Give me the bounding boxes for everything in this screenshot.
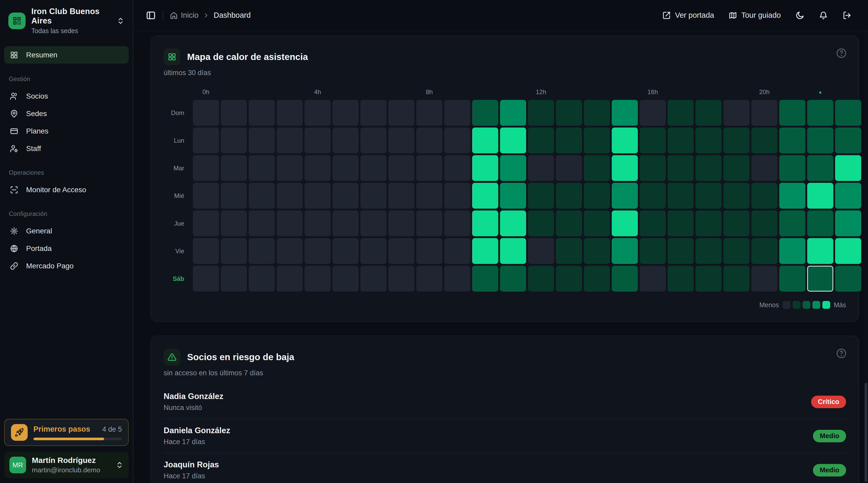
risk-member-row[interactable]: Joaquín Rojas Hace 17 días Medio <box>164 453 846 483</box>
logout-button[interactable] <box>842 11 851 20</box>
heatmap-cell <box>333 128 359 153</box>
heatmap-cell <box>416 266 442 292</box>
heatmap-cell <box>388 128 414 153</box>
notifications-button[interactable] <box>819 11 828 20</box>
hour-tick <box>723 88 749 96</box>
heatmap-cell <box>695 211 722 236</box>
heatmap-cell <box>668 100 694 126</box>
heatmap-cell <box>807 100 833 126</box>
heatmap-cell <box>835 238 861 264</box>
heatmap-cell <box>807 183 833 208</box>
org-switcher[interactable]: Iron Club Buenos Aires Todas las sedes <box>4 7 129 35</box>
theme-toggle-button[interactable] <box>796 11 804 20</box>
heatmap-cell <box>807 211 833 236</box>
nav-section-label: Operaciones <box>9 169 129 176</box>
heatmap-cell <box>444 100 470 126</box>
heatmap-hour-axis: 0h4h8h12h16h20h <box>193 88 846 96</box>
member-last-visit: Nunca visitó <box>164 404 223 412</box>
heatmap-cell <box>779 211 805 236</box>
onboarding-card[interactable]: Primeros pasos 4 de 5 <box>4 419 129 446</box>
heatmap-cell <box>528 155 554 181</box>
sidebar-item-resumen[interactable]: Resumen <box>4 46 129 64</box>
heatmap-cell <box>779 100 805 126</box>
view-cover-button[interactable]: Ver portada <box>662 11 714 20</box>
heatmap-cell <box>193 238 219 264</box>
day-label: Jue <box>164 220 191 227</box>
onboarding-progress <box>33 438 122 440</box>
sidebar-item-mercado-pago[interactable]: Mercado Pago <box>4 257 129 275</box>
heatmap-cell <box>612 100 638 126</box>
breadcrumb-current: Dashboard <box>214 11 251 20</box>
heatmap-cell <box>612 238 638 264</box>
heatmap-subtitle: últimos 30 días <box>164 69 846 77</box>
guided-tour-button[interactable]: Tour guiado <box>728 11 781 20</box>
heatmap-cell <box>640 128 666 153</box>
grid-icon <box>164 49 180 65</box>
hour-tick <box>277 88 303 96</box>
risk-member-row[interactable]: Nadia González Nunca visitó Crítico <box>164 385 846 419</box>
scrollbar[interactable] <box>864 31 868 483</box>
heatmap-cell <box>556 266 582 292</box>
heatmap-cell <box>333 155 359 181</box>
risk-member-row[interactable]: Daniela González Hace 17 días Medio <box>164 419 846 453</box>
hour-tick <box>612 88 638 96</box>
heatmap-cell <box>695 128 722 153</box>
heatmap-cell <box>193 211 219 236</box>
heatmap-cell <box>751 128 777 153</box>
sidebar-item-staff[interactable]: Staff <box>4 140 129 157</box>
hour-tick <box>695 88 722 96</box>
heatmap-cell <box>193 155 219 181</box>
heatmap-cell <box>500 266 526 292</box>
heatmap-cell <box>584 100 610 126</box>
heatmap-cell <box>779 155 805 181</box>
sidebar-item-sedes[interactable]: Sedes <box>4 105 129 122</box>
heatmap-cell <box>556 155 582 181</box>
risk-badge: Medio <box>813 430 846 442</box>
heatmap-cell <box>416 128 442 153</box>
heatmap-cell <box>333 100 359 126</box>
heatmap-cell <box>779 266 805 292</box>
heatmap-cell <box>779 128 805 153</box>
sidebar-item-socios[interactable]: Socios <box>4 87 129 105</box>
sidebar-toggle-button[interactable] <box>146 10 156 20</box>
sidebar-item-monitor-de-acceso[interactable]: Monitor de Acceso <box>4 181 129 198</box>
heatmap-cell <box>472 128 498 153</box>
member-last-visit: Hace 17 días <box>164 438 230 446</box>
help-icon[interactable] <box>836 47 847 59</box>
heatmap-cell <box>584 155 610 181</box>
heatmap-cell <box>640 238 666 264</box>
heatmap-cell <box>668 128 694 153</box>
breadcrumb-home[interactable]: Inicio <box>170 11 198 20</box>
hour-tick <box>500 88 526 96</box>
legend-more-label: Más <box>834 301 846 309</box>
map-pin-icon <box>10 109 19 118</box>
user-name: Martín Rodríguez <box>32 456 110 465</box>
sidebar-item-planes[interactable]: Planes <box>4 122 129 140</box>
heatmap-cell <box>249 238 275 264</box>
heatmap-cell <box>472 266 498 292</box>
heatmap-cell <box>388 211 414 236</box>
qr-code-icon <box>12 16 22 26</box>
heatmap-cell <box>668 266 694 292</box>
sidebar-item-general[interactable]: General <box>4 222 129 240</box>
sidebar-item-portada[interactable]: Portada <box>4 240 129 257</box>
heatmap-cell <box>388 238 414 264</box>
heatmap-cell <box>640 211 666 236</box>
day-label: Lun <box>164 137 191 144</box>
sidebar-item-label: Resumen <box>26 51 57 59</box>
scrollbar-thumb[interactable] <box>865 383 867 482</box>
day-label: Mié <box>164 192 191 199</box>
heatmap-cell <box>500 211 526 236</box>
user-menu[interactable]: MR Martín Rodríguez martin@ironclub.demo <box>4 452 129 478</box>
help-icon[interactable] <box>836 348 847 359</box>
heatmap-cell <box>444 238 470 264</box>
heatmap-cell <box>416 100 442 126</box>
heatmap-cell <box>416 155 442 181</box>
divider <box>163 10 163 21</box>
heatmap-cell <box>388 100 414 126</box>
heatmap-cell <box>835 155 861 181</box>
heatmap-cell <box>807 266 833 292</box>
heatmap-cell <box>528 128 554 153</box>
heatmap-cell <box>361 183 386 208</box>
day-label: Dom <box>164 109 191 117</box>
